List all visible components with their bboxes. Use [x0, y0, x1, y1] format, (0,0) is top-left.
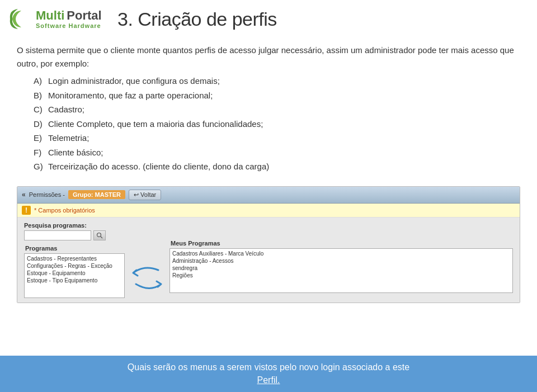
my-programs-header: Meus Programas: [169, 240, 513, 247]
programs-header: Programas: [24, 245, 125, 252]
logo-subtitle: Software Hardware: [36, 22, 102, 29]
programs-column: Programas Cadastros - Representantes Con…: [24, 245, 125, 298]
list-letter-g: G): [34, 159, 44, 174]
list-letter-a: A): [34, 74, 44, 88]
columns-area: Programas Cadastros - Representantes Con…: [24, 245, 125, 298]
logo-icon-row: Multi Portal Software Hardware: [6, 6, 102, 32]
logo-box: Multi Portal Software Hardware: [6, 6, 95, 32]
my-programs-area: Meus Programas Cadastros Auxiliares - Ma…: [169, 222, 513, 298]
search-row: [24, 230, 125, 240]
warning-text: * Campos obrigatórios: [34, 207, 95, 214]
search-button[interactable]: [93, 230, 106, 240]
active-tab[interactable]: Grupo: MASTER: [68, 190, 125, 199]
program-item[interactable]: Estoque - Tipo Equipamento: [26, 277, 123, 284]
footer-text2: Perfil.: [257, 375, 280, 385]
program-item[interactable]: Configurações - Regras - Exceção: [26, 262, 123, 270]
my-programs-list[interactable]: Cadastros Auxiliares - Marca Veículo Adm…: [169, 248, 513, 293]
mockup-body: Pesquisa programas: Programas Cadastros …: [17, 218, 520, 303]
program-item[interactable]: Cadastros - Representantes: [26, 255, 123, 262]
feature-list: A) Login administrador, que configura os…: [34, 74, 520, 174]
warning-icon: !: [22, 206, 31, 215]
magnifier-icon: [96, 232, 103, 239]
back-button[interactable]: ↩ Voltar: [129, 190, 161, 200]
list-text-g: Terceirização do acesso. (cliente do cli…: [48, 159, 269, 174]
list-letter-f: F): [34, 145, 44, 160]
arrows-icon: [128, 262, 167, 295]
footer-text: Quais serão os menus a serem vistos pelo…: [128, 362, 409, 372]
header: Multi Portal Software Hardware 3. Criaçã…: [0, 0, 537, 38]
my-program-item[interactable]: sendregra: [171, 265, 511, 272]
my-program-item[interactable]: Cadastros Auxiliares - Marca Veículo: [171, 250, 511, 257]
list-letter-e: E): [34, 131, 44, 145]
logo-area: Multi Portal Software Hardware: [6, 6, 95, 32]
list-item: D) Cliente Completo, que tem a maioria d…: [34, 117, 520, 131]
list-item: E) Telemetria;: [34, 131, 520, 145]
search-input[interactable]: [24, 230, 91, 240]
mockup-screenshot: « Permissões - Grupo: MASTER ↩ Voltar ! …: [17, 186, 520, 303]
search-label: Pesquisa programas:: [24, 222, 125, 229]
list-item: C) Cadastro;: [34, 102, 520, 117]
list-letter-b: B): [34, 88, 44, 103]
breadcrumb-label: Permissões -: [29, 191, 65, 198]
chevrons-icon: «: [22, 191, 26, 199]
logo-multi: Multi: [36, 9, 64, 22]
list-text-a: Login administrador, que configura os de…: [48, 74, 220, 88]
list-text-e: Telemetria;: [48, 131, 89, 145]
logo-text-row: Multi Portal Software Hardware: [36, 9, 102, 29]
page-title: 3. Criação de perfis: [117, 8, 277, 30]
list-item: F) Cliente básico;: [34, 145, 520, 160]
svg-point-0: [97, 233, 101, 237]
list-item: B) Monitoramento, que faz a parte operac…: [34, 88, 520, 103]
list-item: A) Login administrador, que configura os…: [34, 74, 520, 88]
list-text-b: Monitoramento, que faz a parte operacion…: [48, 88, 213, 103]
program-item[interactable]: Estoque - Equipamento: [26, 270, 123, 277]
list-letter-d: D): [34, 117, 44, 131]
my-program-item[interactable]: Regiões: [171, 272, 511, 279]
list-item: G) Terceirização do acesso. (cliente do …: [34, 159, 520, 174]
warning-bar: ! * Campos obrigatórios: [17, 204, 520, 218]
programs-list[interactable]: Cadastros - Representantes Configurações…: [24, 253, 125, 298]
content-area: O sistema permite que o cliente monte qu…: [0, 38, 537, 180]
my-programs-column: Meus Programas Cadastros Auxiliares - Ma…: [169, 240, 513, 293]
logo-portal: Portal: [67, 9, 101, 22]
mockup-topbar: « Permissões - Grupo: MASTER ↩ Voltar: [17, 187, 520, 204]
list-text-d: Cliente Completo, que tem a maioria das …: [48, 117, 263, 131]
list-text-c: Cadastro;: [48, 102, 84, 117]
intro-paragraph: O sistema permite que o cliente monte qu…: [17, 44, 520, 70]
my-program-item[interactable]: Administração - Acessos: [171, 257, 511, 265]
arrow-area: [125, 222, 169, 298]
search-area: Pesquisa programas: Programas Cadastros …: [24, 222, 125, 298]
logo-leaf-icon: [6, 6, 32, 32]
list-text-f: Cliente básico;: [48, 145, 103, 160]
bottom-caption: Quais serão os menus a serem vistos pelo…: [0, 356, 537, 392]
list-letter-c: C): [34, 102, 44, 117]
svg-line-1: [101, 237, 102, 238]
